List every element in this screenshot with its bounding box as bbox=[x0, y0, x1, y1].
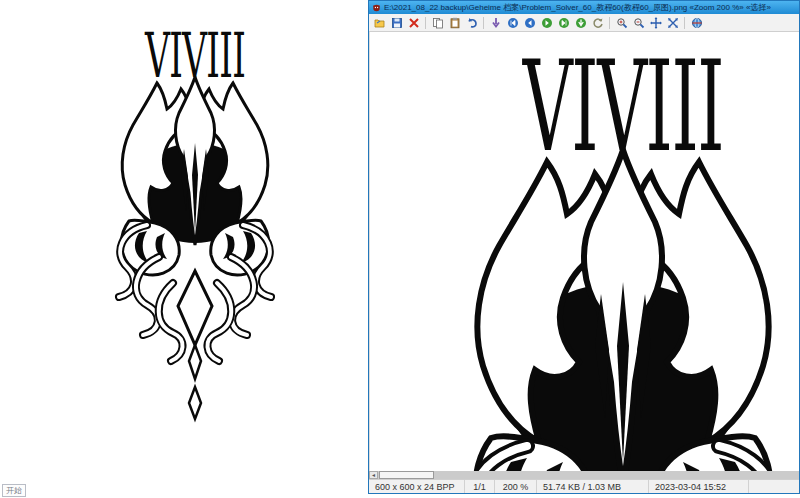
nav-next-icon[interactable] bbox=[539, 15, 554, 30]
roman-numerals: VIVIII bbox=[522, 46, 723, 180]
undo-icon[interactable] bbox=[464, 15, 479, 30]
zoom-in-icon[interactable] bbox=[614, 15, 629, 30]
title-bar[interactable]: E:\2021_08_22 backup\Geheime 档案\Problem_… bbox=[369, 1, 799, 14]
toolbar bbox=[369, 14, 799, 32]
nav-last-icon[interactable] bbox=[556, 15, 571, 30]
nav-play-icon[interactable] bbox=[573, 15, 588, 30]
status-bar: 600 x 600 x 24 BPP 1/1 200 % 51.74 KB / … bbox=[369, 479, 799, 493]
pan-icon[interactable] bbox=[648, 15, 663, 30]
roman-numerals: VIVIII bbox=[144, 25, 245, 92]
window-title: E:\2021_08_22 backup\Geheime 档案\Problem_… bbox=[384, 2, 771, 13]
image-canvas[interactable]: VIVIII bbox=[369, 32, 799, 471]
emblem-image-zoomed: VIVIII bbox=[423, 46, 799, 471]
status-filesize: 51.74 KB / 1.03 MB bbox=[537, 480, 649, 493]
scroll-left-arrow[interactable]: ◂ bbox=[369, 471, 378, 479]
zoom-out-icon[interactable] bbox=[631, 15, 646, 30]
status-dimensions: 600 x 600 x 24 BPP bbox=[369, 480, 465, 493]
toolbar-separator bbox=[684, 17, 685, 29]
download-arrow-icon[interactable] bbox=[488, 15, 503, 30]
save-icon[interactable] bbox=[389, 15, 404, 30]
toolbar-separator bbox=[425, 17, 426, 29]
emblem-image-original: VIVIII bbox=[95, 25, 295, 425]
nav-prev-icon[interactable] bbox=[522, 15, 537, 30]
refresh-icon[interactable] bbox=[590, 15, 605, 30]
toolbar-separator bbox=[609, 17, 610, 29]
open-folder-icon[interactable] bbox=[372, 15, 387, 30]
status-zoom: 200 % bbox=[495, 480, 537, 493]
scrollbar-thumb[interactable] bbox=[379, 471, 434, 479]
horizontal-scrollbar[interactable]: ◂ bbox=[369, 471, 799, 479]
status-page: 1/1 bbox=[465, 480, 495, 493]
app-icon bbox=[372, 3, 381, 12]
toolbar-separator bbox=[483, 17, 484, 29]
delete-icon[interactable] bbox=[406, 15, 421, 30]
status-datetime: 2023-03-04 15:52 bbox=[649, 480, 749, 493]
desktop-preview-pane: VIVIII 开始 bbox=[0, 0, 368, 498]
status-spacer bbox=[749, 480, 799, 493]
image-viewer-window: E:\2021_08_22 backup\Geheime 档案\Problem_… bbox=[368, 0, 800, 494]
screen: VIVIII 开始 E:\2021_08_22 backup\Geheime 档… bbox=[0, 0, 800, 498]
copy-icon[interactable] bbox=[430, 15, 445, 30]
fit-window-icon[interactable] bbox=[665, 15, 680, 30]
about-globe-icon[interactable] bbox=[689, 15, 704, 30]
nav-first-icon[interactable] bbox=[505, 15, 520, 30]
paste-icon[interactable] bbox=[447, 15, 462, 30]
start-tooltip[interactable]: 开始 bbox=[2, 484, 26, 497]
